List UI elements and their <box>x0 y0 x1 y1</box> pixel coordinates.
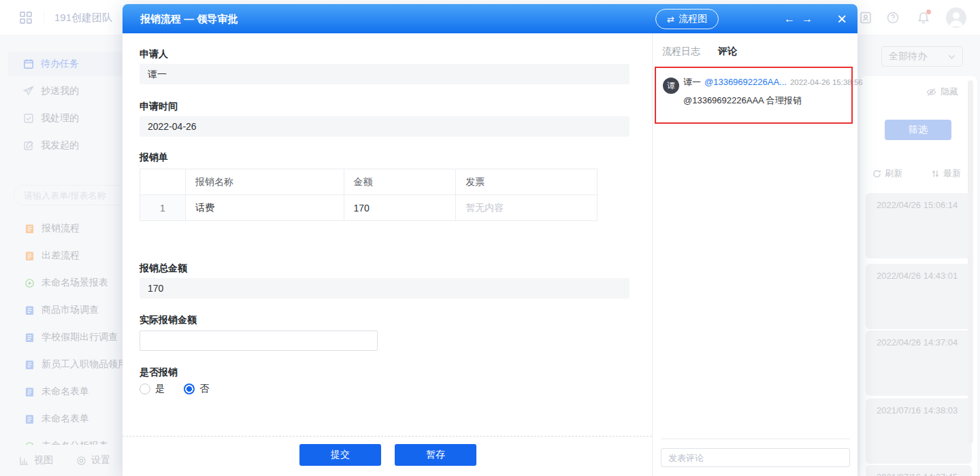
table-row: 1 话费 170 暂无内容 <box>140 195 598 221</box>
flowchart-label: 流程图 <box>679 13 707 25</box>
comment-body: 谭一 @13369692226AA... 2022-04-26 15:38:56… <box>683 76 846 107</box>
radio-yes-circle <box>140 384 150 394</box>
radio-yes[interactable]: 是 <box>140 383 165 395</box>
prev-record-arrow-icon[interactable]: ← <box>784 13 795 25</box>
actual-amount-input[interactable] <box>140 330 378 351</box>
cell-invoice-placeholder: 暂无内容 <box>456 195 598 221</box>
table-header-row: 报销名称 金额 发票 <box>140 169 598 195</box>
comment-mention-link[interactable]: @13369692226AA... <box>704 77 787 87</box>
tab-process-log[interactable]: 流程日志 <box>662 46 700 58</box>
comment-input[interactable] <box>661 448 850 467</box>
reimburse-question-label: 是否报销 <box>140 367 178 379</box>
comment-input-divider <box>661 439 850 439</box>
reimburse-radio-group: 是 否 <box>140 383 209 395</box>
comment-timestamp: 2022-04-26 15:38:56 <box>790 78 863 86</box>
comment-item-highlighted: 谭 谭一 @13369692226AA... 2022-04-26 15:38:… <box>655 67 853 124</box>
panel-tabs: 流程日志 评论 <box>662 46 737 58</box>
flowchart-button[interactable]: ⇄ 流程图 <box>655 9 719 29</box>
cell-index: 1 <box>140 195 186 221</box>
modal-header: 报销流程 — 领导审批 ⇄ 流程图 ← → × <box>122 4 858 33</box>
comment-avatar: 谭 <box>663 78 679 94</box>
apply-date-field: 2022-04-26 <box>140 116 630 137</box>
header-amount: 金额 <box>344 169 456 195</box>
radio-no[interactable]: 否 <box>184 383 209 395</box>
form-area: 申请人 谭一 申请时间 2022-04-26 报销单 报销名称 金额 发票 1 … <box>122 33 652 476</box>
radio-no-circle <box>184 384 195 394</box>
radio-yes-label: 是 <box>155 383 165 395</box>
cell-amount: 170 <box>344 195 456 221</box>
header-index <box>140 169 186 195</box>
submit-button[interactable]: 提交 <box>299 444 381 466</box>
apply-date-label: 申请时间 <box>140 101 178 113</box>
comment-content: @13369692226AAA 合理报销 <box>683 95 846 107</box>
next-record-arrow-icon[interactable]: → <box>802 13 813 25</box>
approval-modal: 报销流程 — 领导审批 ⇄ 流程图 ← → × 申请人 谭一 申请时间 2022… <box>122 4 858 476</box>
flow-icon: ⇄ <box>667 15 674 24</box>
actual-amount-label: 实际报销金额 <box>140 314 197 326</box>
save-draft-button[interactable]: 暂存 <box>395 444 476 466</box>
process-panel: 流程日志 评论 谭 谭一 @13369692226AA... 2022-04-2… <box>652 33 858 476</box>
applicant-field: 谭一 <box>140 64 630 84</box>
header-invoice: 发票 <box>456 169 598 195</box>
comment-head: 谭一 @13369692226AA... 2022-04-26 15:38:56 <box>683 76 846 88</box>
total-amount-field: 170 <box>140 278 630 299</box>
sheet-label: 报销单 <box>140 152 168 164</box>
comment-author: 谭一 <box>683 76 701 88</box>
applicant-label: 申请人 <box>140 48 168 61</box>
total-amount-label: 报销总金额 <box>140 262 187 275</box>
radio-no-label: 否 <box>199 383 209 395</box>
close-icon[interactable]: × <box>832 4 852 33</box>
record-nav-arrows: ← → <box>784 4 813 33</box>
cell-name: 话费 <box>185 195 344 221</box>
reimburse-table: 报销名称 金额 发票 1 话费 170 暂无内容 <box>140 169 598 221</box>
header-name: 报销名称 <box>185 169 344 195</box>
tab-comments[interactable]: 评论 <box>718 46 737 58</box>
modal-title: 报销流程 — 领导审批 <box>140 4 238 33</box>
footer-divider <box>122 436 652 437</box>
